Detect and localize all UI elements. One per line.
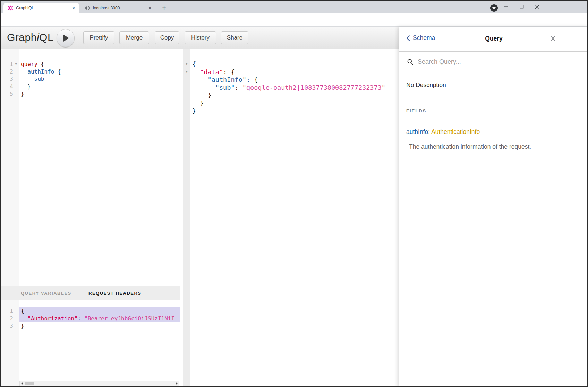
code-text: sub [19,75,180,83]
code-text: { [190,60,399,68]
new-tab-button[interactable]: + [160,3,169,12]
code-line[interactable]: 3 sub [0,75,180,83]
doc-search-input[interactable] [417,58,564,66]
fold-gutter-cell [183,76,190,84]
horizontal-scrollbar[interactable] [19,381,179,386]
code-line[interactable]: } [180,107,399,115]
line-number: 1 [0,307,13,315]
graphiql-favicon-icon [8,5,13,11]
tab-query-variables[interactable]: QUERY VARIABLES [21,286,71,300]
fold-arrow-icon[interactable]: ▾ [183,68,190,76]
doc-close-button[interactable] [549,34,557,43]
code-text: "sub": "google-oauth2|108377380082777232… [190,84,399,92]
doc-search-row [399,52,588,72]
tab-title: GraphiQL [16,6,71,10]
code-text: } [190,107,399,115]
field-type-link[interactable]: AuthenticationInfo [431,128,480,135]
fold-gutter-cell [13,68,19,76]
window-close-button[interactable] [529,0,545,13]
query-editor[interactable]: 1▾query {2 authInfo {3 sub4 }5} [0,49,180,286]
fold-gutter-cell [13,83,19,91]
tab-search-button[interactable] [490,4,498,12]
code-text: } [19,322,180,330]
doc-explorer-panel: Schema Query No Description FIELDS authI… [399,27,588,387]
request-headers-editor[interactable]: 1{2 "Authorization": "Bearer eyJhbGciOiJ… [0,300,180,387]
fold-gutter-cell [13,322,19,330]
secondary-editor-titlebar: QUERY VARIABLES REQUEST HEADERS [0,286,180,300]
tab-close-icon[interactable]: ✕ [71,5,76,11]
fold-gutter-cell [13,90,19,98]
scroll-left-icon[interactable] [21,382,23,385]
code-text: "Authorization": "Bearer eyJhbGciOiJSUzI… [19,315,180,322]
code-line[interactable]: 2 "Authorization": "Bearer eyJhbGciOiJSU… [0,315,180,322]
search-icon [407,59,414,65]
prettify-button[interactable]: Prettify [83,31,114,44]
code-line[interactable]: ▾ "data": { [180,68,399,76]
tab-close-icon[interactable]: ✕ [147,5,153,11]
tab-graphiql[interactable]: GraphiQL ✕ [3,3,79,13]
tab-localhost[interactable]: localhost:3000 ✕ [80,3,155,13]
fields-heading: FIELDS [406,108,581,113]
execute-query-button[interactable] [57,29,75,47]
doc-body: No Description FIELDS authInfo: Authenti… [399,81,588,150]
chevron-down-icon [492,7,496,9]
browser-tabstrip: GraphiQL ✕ localhost:3000 ✕ + [0,0,588,13]
fold-gutter-cell [183,92,190,100]
line-number: 5 [0,90,13,98]
code-text: } [190,100,399,108]
tab-request-headers[interactable]: REQUEST HEADERS [88,286,142,300]
code-line[interactable]: 1▾query { [0,60,180,68]
fold-gutter-cell [183,100,190,108]
line-number: 1 [0,60,13,68]
code-line[interactable]: 3} [0,322,180,330]
code-line[interactable]: 4 } [0,83,180,91]
code-line[interactable]: 5} [0,90,180,98]
window-minimize-button[interactable] [499,0,514,13]
code-text: "data": { [190,68,399,76]
fold-arrow-icon[interactable]: ▾ [13,60,19,68]
code-line[interactable]: } [180,92,399,100]
code-text: } [19,83,180,91]
play-icon [63,35,69,42]
field-name-link[interactable]: authInfo [406,128,428,135]
graphiql-logo: GraphiQL [7,32,53,43]
browser-toolbar: localhost:3000 UO P Tp L Aktualisieren ⋮ [0,13,588,27]
fields-divider [406,119,581,119]
code-line[interactable]: "sub": "google-oauth2|108377380082777232… [180,84,399,92]
code-text: authInfo { [19,68,180,76]
tab-divider [157,5,157,11]
copy-button[interactable]: Copy [155,31,179,44]
fold-gutter-cell [183,107,190,115]
scroll-right-icon[interactable] [176,382,178,385]
globe-icon [85,5,90,11]
line-number: 2 [0,68,13,76]
share-button[interactable]: Share [221,31,248,44]
doc-explorer-header: Schema Query [399,27,588,52]
history-button[interactable]: History [185,31,216,44]
code-text: { [19,307,180,315]
no-description-text: No Description [406,81,581,89]
window-maximize-button[interactable] [514,0,529,13]
code-line[interactable]: "authInfo": { [180,76,399,84]
scrollbar-thumb[interactable] [25,382,34,385]
code-line[interactable]: 1{ [0,307,180,315]
doc-title: Query [399,35,588,42]
fold-gutter-cell [13,75,19,83]
fold-gutter-cell [183,84,190,92]
line-number: 2 [0,315,13,322]
result-viewer: ▾{▾ "data": { "authInfo": { "sub": "goog… [180,49,399,387]
code-text: } [190,92,399,100]
code-text: "authInfo": { [190,76,399,84]
code-text: } [19,90,180,98]
code-text: query { [19,60,180,68]
merge-button[interactable]: Merge [119,31,149,44]
code-line[interactable]: ▾{ [180,60,399,68]
line-number: 3 [0,75,13,83]
line-number: 4 [0,83,13,91]
code-line[interactable]: } [180,100,399,108]
fold-arrow-icon[interactable]: ▾ [183,60,190,68]
fold-gutter-cell [13,307,19,315]
code-line[interactable]: 2 authInfo { [0,68,180,76]
field-description: The authentication information of the re… [406,143,581,150]
line-number: 3 [0,322,13,330]
